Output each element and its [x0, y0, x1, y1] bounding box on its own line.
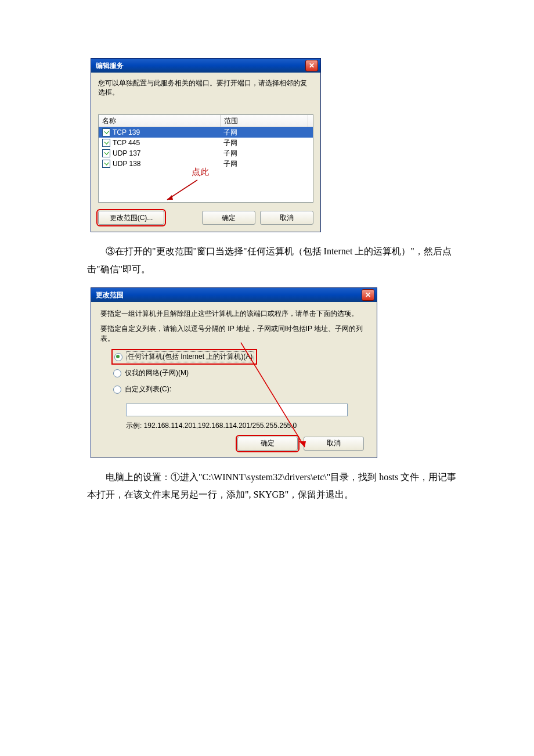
scope-options: 任何计算机(包括 Internet 上的计算机)(A) 仅我的网络(子网)(M)…	[113, 349, 367, 398]
port-list[interactable]: 名称 范围 TCP 139 子网 TCP 445 子网 UDP 137 子网	[98, 114, 313, 203]
dialog-title: 编辑服务	[96, 61, 124, 71]
list-row[interactable]: TCP 139 子网	[99, 127, 313, 138]
opt-custom-row[interactable]: 自定义列表(C):	[113, 381, 367, 398]
body-paragraph: 电脑上的设置：①进入"C:\WINNT\system32\drivers\etc…	[87, 469, 459, 504]
annotation-label: 点此	[192, 167, 313, 178]
edit-service-dialog: 编辑服务 ✕ 您可以单独配置与此服务相关的端口。要打开端口，请选择相邻的复选框。…	[91, 58, 321, 232]
row-name: UDP 138	[113, 160, 140, 168]
checkbox-icon[interactable]	[102, 160, 110, 168]
opt-custom-label: 自定义列表(C):	[125, 384, 171, 395]
close-icon[interactable]: ✕	[362, 289, 374, 301]
row-name: TCP 139	[113, 128, 140, 136]
radio-icon[interactable]	[113, 386, 121, 394]
radio-icon[interactable]	[114, 353, 122, 361]
cancel-button[interactable]: 取消	[260, 211, 313, 225]
dialog-desc2: 要指定自定义列表，请输入以逗号分隔的 IP 地址，子网或同时包括IP 地址、子网…	[100, 324, 367, 343]
list-row[interactable]: UDP 137 子网	[99, 148, 313, 159]
list-header: 名称 范围	[99, 115, 313, 127]
row-name: TCP 445	[113, 139, 140, 147]
dialog-desc1: 要指定一组计算机并且解除阻止这些计算机上的该端口或程序，请单击下面的选项。	[100, 309, 367, 318]
row-scope: 子网	[220, 128, 313, 138]
dialog-description: 您可以单独配置与此服务相关的端口。要打开端口，请选择相邻的复选框。	[98, 78, 313, 97]
dialog-title: 更改范围	[96, 290, 124, 300]
body-paragraph: ③在打开的"更改范围"窗口当选择"任何运算机（包括 Internet 上的运算机…	[87, 243, 459, 278]
opt-my-label: 仅我的网络(子网)(M)	[125, 368, 189, 379]
opt-any-label: 任何计算机(包括 Internet 上的计算机)(A)	[126, 351, 254, 362]
checkbox-icon[interactable]	[102, 149, 110, 157]
page-content: 编辑服务 ✕ 您可以单独配置与此服务相关的端口。要打开端口，请选择相邻的复选框。…	[0, 0, 534, 504]
close-icon[interactable]: ✕	[305, 60, 318, 71]
checkbox-icon[interactable]	[102, 139, 110, 147]
dialog-buttons: 确定 取消	[100, 437, 367, 451]
annotation-arrow-icon	[163, 178, 203, 203]
change-scope-button[interactable]: 更改范围(C)...	[98, 211, 164, 225]
svg-marker-1	[167, 195, 173, 200]
ok-button[interactable]: 确定	[202, 211, 255, 225]
custom-list-input[interactable]	[126, 404, 348, 416]
row-scope: 子网	[220, 149, 313, 159]
example-text: 示例: 192.168.114.201,192.168.114.201/255.…	[126, 421, 367, 431]
col-scope: 范围	[221, 115, 308, 127]
opt-my-row[interactable]: 仅我的网络(子网)(M)	[113, 365, 367, 381]
cancel-button[interactable]: 取消	[304, 437, 364, 451]
dialog-titlebar: 编辑服务 ✕	[91, 59, 320, 73]
dialog-titlebar: 更改范围 ✕	[91, 288, 377, 302]
col-name: 名称	[99, 115, 221, 127]
list-row[interactable]: TCP 445 子网	[99, 138, 313, 148]
ok-button[interactable]: 确定	[237, 437, 298, 451]
change-scope-dialog: 更改范围 ✕ 要指定一组计算机并且解除阻止这些计算机上的该端口或程序，请单击下面…	[91, 287, 377, 458]
radio-icon[interactable]	[113, 369, 121, 377]
checkbox-icon[interactable]	[102, 128, 110, 136]
row-name: UDP 137	[113, 149, 140, 157]
svg-line-0	[167, 180, 197, 200]
opt-any-row[interactable]: 任何计算机(包括 Internet 上的计算机)(A)	[113, 349, 367, 365]
dialog-buttons: 更改范围(C)... 确定 取消	[98, 211, 313, 225]
row-scope: 子网	[220, 138, 313, 148]
